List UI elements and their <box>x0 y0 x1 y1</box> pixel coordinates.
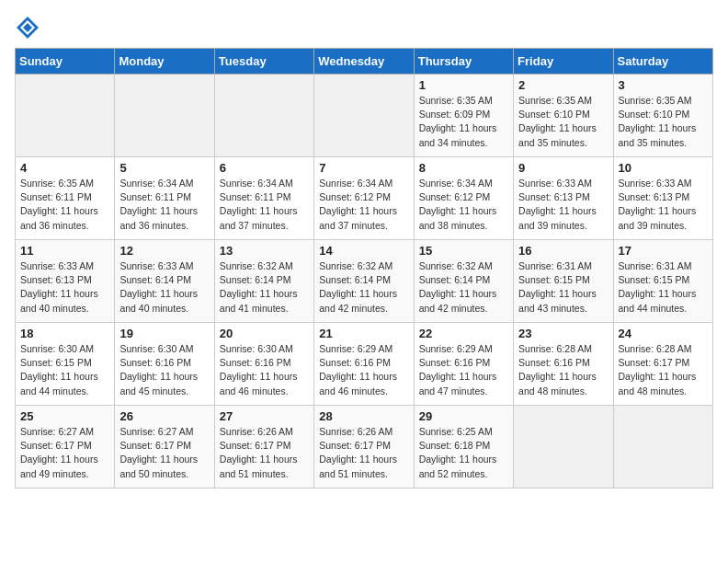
calendar-cell: 18Sunrise: 6:30 AM Sunset: 6:15 PM Dayli… <box>16 323 115 406</box>
calendar-cell: 15Sunrise: 6:32 AM Sunset: 6:14 PM Dayli… <box>414 240 513 323</box>
calendar-table: SundayMondayTuesdayWednesdayThursdayFrid… <box>15 48 713 488</box>
day-number: 16 <box>518 244 608 258</box>
calendar-cell: 20Sunrise: 6:30 AM Sunset: 6:16 PM Dayli… <box>214 323 313 406</box>
calendar-cell: 8Sunrise: 6:34 AM Sunset: 6:12 PM Daylig… <box>414 157 513 240</box>
day-info: Sunrise: 6:31 AM Sunset: 6:15 PM Dayligh… <box>619 259 708 316</box>
day-number: 26 <box>119 409 209 423</box>
calendar-cell <box>115 75 214 157</box>
weekday-header-tuesday: Tuesday <box>214 49 313 75</box>
calendar-cell: 29Sunrise: 6:25 AM Sunset: 6:18 PM Dayli… <box>414 406 513 488</box>
day-number: 10 <box>619 161 708 175</box>
day-info: Sunrise: 6:28 AM Sunset: 6:17 PM Dayligh… <box>619 342 708 398</box>
calendar-cell: 6Sunrise: 6:34 AM Sunset: 6:11 PM Daylig… <box>214 157 313 240</box>
calendar-cell: 4Sunrise: 6:35 AM Sunset: 6:11 PM Daylig… <box>16 157 115 240</box>
day-number: 25 <box>20 409 109 423</box>
day-info: Sunrise: 6:28 AM Sunset: 6:16 PM Dayligh… <box>518 342 608 398</box>
day-number: 1 <box>419 78 508 92</box>
day-info: Sunrise: 6:30 AM Sunset: 6:15 PM Dayligh… <box>20 342 109 398</box>
day-number: 23 <box>518 327 608 340</box>
calendar-cell: 11Sunrise: 6:33 AM Sunset: 6:13 PM Dayli… <box>16 240 115 323</box>
calendar-cell: 26Sunrise: 6:27 AM Sunset: 6:17 PM Dayli… <box>115 406 214 488</box>
calendar-cell <box>613 406 712 488</box>
calendar-cell <box>214 75 313 157</box>
page-header <box>15 15 713 40</box>
day-number: 22 <box>419 327 508 340</box>
day-info: Sunrise: 6:30 AM Sunset: 6:16 PM Dayligh… <box>220 342 309 398</box>
logo <box>15 15 44 40</box>
day-info: Sunrise: 6:32 AM Sunset: 6:14 PM Dayligh… <box>319 259 408 316</box>
day-info: Sunrise: 6:32 AM Sunset: 6:14 PM Dayligh… <box>220 259 309 316</box>
calendar-cell: 7Sunrise: 6:34 AM Sunset: 6:12 PM Daylig… <box>314 157 414 240</box>
calendar-cell: 5Sunrise: 6:34 AM Sunset: 6:11 PM Daylig… <box>115 157 214 240</box>
calendar-body: 1Sunrise: 6:35 AM Sunset: 6:09 PM Daylig… <box>16 75 713 488</box>
day-number: 19 <box>119 327 209 340</box>
day-number: 4 <box>20 161 109 175</box>
calendar-cell: 1Sunrise: 6:35 AM Sunset: 6:09 PM Daylig… <box>414 75 513 157</box>
day-number: 12 <box>119 244 209 258</box>
generalblue-logo-icon <box>15 15 40 40</box>
day-number: 15 <box>419 244 508 258</box>
calendar-week-5: 25Sunrise: 6:27 AM Sunset: 6:17 PM Dayli… <box>16 406 713 488</box>
calendar-cell: 2Sunrise: 6:35 AM Sunset: 6:10 PM Daylig… <box>514 75 613 157</box>
calendar-cell: 21Sunrise: 6:29 AM Sunset: 6:16 PM Dayli… <box>314 323 414 406</box>
day-info: Sunrise: 6:26 AM Sunset: 6:17 PM Dayligh… <box>220 425 309 481</box>
day-number: 5 <box>119 161 209 175</box>
calendar-cell: 22Sunrise: 6:29 AM Sunset: 6:16 PM Dayli… <box>414 323 513 406</box>
weekday-header-sunday: Sunday <box>16 49 115 75</box>
day-number: 20 <box>220 327 309 340</box>
calendar-cell: 12Sunrise: 6:33 AM Sunset: 6:14 PM Dayli… <box>115 240 214 323</box>
day-number: 7 <box>319 161 408 175</box>
day-info: Sunrise: 6:27 AM Sunset: 6:17 PM Dayligh… <box>20 425 109 481</box>
day-info: Sunrise: 6:25 AM Sunset: 6:18 PM Dayligh… <box>419 425 508 481</box>
day-number: 9 <box>518 161 608 175</box>
day-info: Sunrise: 6:27 AM Sunset: 6:17 PM Dayligh… <box>119 425 209 481</box>
day-number: 14 <box>319 244 408 258</box>
day-number: 6 <box>220 161 309 175</box>
day-number: 21 <box>319 327 408 340</box>
weekday-header-saturday: Saturday <box>613 49 712 75</box>
day-number: 24 <box>619 327 708 340</box>
calendar-cell: 9Sunrise: 6:33 AM Sunset: 6:13 PM Daylig… <box>514 157 613 240</box>
calendar-cell: 24Sunrise: 6:28 AM Sunset: 6:17 PM Dayli… <box>613 323 712 406</box>
calendar-cell: 19Sunrise: 6:30 AM Sunset: 6:16 PM Dayli… <box>115 323 214 406</box>
calendar-cell <box>514 406 613 488</box>
calendar-cell: 25Sunrise: 6:27 AM Sunset: 6:17 PM Dayli… <box>16 406 115 488</box>
day-number: 11 <box>20 244 109 258</box>
day-number: 3 <box>619 78 708 92</box>
day-info: Sunrise: 6:33 AM Sunset: 6:13 PM Dayligh… <box>20 259 109 316</box>
calendar-cell: 28Sunrise: 6:26 AM Sunset: 6:17 PM Dayli… <box>314 406 414 488</box>
day-number: 29 <box>419 409 508 423</box>
calendar-week-3: 11Sunrise: 6:33 AM Sunset: 6:13 PM Dayli… <box>16 240 713 323</box>
calendar-cell: 13Sunrise: 6:32 AM Sunset: 6:14 PM Dayli… <box>214 240 313 323</box>
calendar-cell: 16Sunrise: 6:31 AM Sunset: 6:15 PM Dayli… <box>514 240 613 323</box>
day-info: Sunrise: 6:33 AM Sunset: 6:14 PM Dayligh… <box>119 259 209 316</box>
calendar-header: SundayMondayTuesdayWednesdayThursdayFrid… <box>16 49 713 75</box>
calendar-cell: 23Sunrise: 6:28 AM Sunset: 6:16 PM Dayli… <box>514 323 613 406</box>
day-number: 28 <box>319 409 408 423</box>
day-number: 17 <box>619 244 708 258</box>
day-info: Sunrise: 6:30 AM Sunset: 6:16 PM Dayligh… <box>119 342 209 398</box>
day-number: 8 <box>419 161 508 175</box>
day-info: Sunrise: 6:34 AM Sunset: 6:11 PM Dayligh… <box>119 177 209 233</box>
day-number: 13 <box>220 244 309 258</box>
day-info: Sunrise: 6:26 AM Sunset: 6:17 PM Dayligh… <box>319 425 408 481</box>
weekday-header-wednesday: Wednesday <box>314 49 414 75</box>
day-info: Sunrise: 6:35 AM Sunset: 6:10 PM Dayligh… <box>518 94 608 150</box>
day-info: Sunrise: 6:29 AM Sunset: 6:16 PM Dayligh… <box>419 342 508 398</box>
calendar-cell: 14Sunrise: 6:32 AM Sunset: 6:14 PM Dayli… <box>314 240 414 323</box>
day-info: Sunrise: 6:35 AM Sunset: 6:10 PM Dayligh… <box>619 94 708 150</box>
day-info: Sunrise: 6:35 AM Sunset: 6:09 PM Dayligh… <box>419 94 508 150</box>
calendar-cell: 3Sunrise: 6:35 AM Sunset: 6:10 PM Daylig… <box>613 75 712 157</box>
day-info: Sunrise: 6:31 AM Sunset: 6:15 PM Dayligh… <box>518 259 608 316</box>
weekday-header-thursday: Thursday <box>414 49 513 75</box>
weekday-header-row: SundayMondayTuesdayWednesdayThursdayFrid… <box>16 49 713 75</box>
calendar-cell <box>16 75 115 157</box>
calendar-cell <box>314 75 414 157</box>
day-info: Sunrise: 6:35 AM Sunset: 6:11 PM Dayligh… <box>20 177 109 233</box>
day-info: Sunrise: 6:33 AM Sunset: 6:13 PM Dayligh… <box>518 177 608 233</box>
weekday-header-friday: Friday <box>514 49 613 75</box>
calendar-cell: 27Sunrise: 6:26 AM Sunset: 6:17 PM Dayli… <box>214 406 313 488</box>
calendar-week-1: 1Sunrise: 6:35 AM Sunset: 6:09 PM Daylig… <box>16 75 713 157</box>
weekday-header-monday: Monday <box>115 49 214 75</box>
calendar-cell: 10Sunrise: 6:33 AM Sunset: 6:13 PM Dayli… <box>613 157 712 240</box>
